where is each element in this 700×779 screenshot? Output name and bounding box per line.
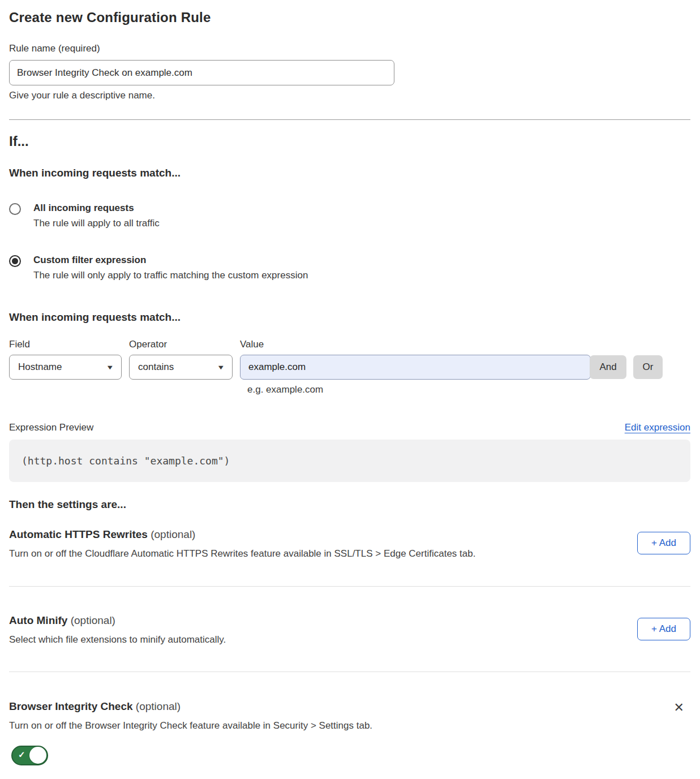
check-icon: ✓ [18,750,25,760]
rule-name-input[interactable] [9,60,394,85]
setting-title: Auto Minify (optional) [9,614,226,627]
operator-select-value: contains [138,361,174,373]
edit-expression-link[interactable]: Edit expression [625,422,690,433]
field-select[interactable]: Hostname ▼ [9,355,122,380]
operator-select[interactable]: contains ▼ [129,355,233,380]
rule-name-help: Give your rule a descriptive name. [9,90,690,101]
setting-optional-tag: (optional) [136,700,181,712]
setting-automatic-https-rewrites: Automatic HTTPS Rewrites (optional) Turn… [9,528,690,559]
builder-heading: When incoming requests match... [9,311,690,324]
radio-button[interactable] [9,255,21,267]
setting-description: Turn on or off the Browser Integrity Che… [9,720,372,731]
option-all-incoming-requests[interactable]: All incoming requests The rule will appl… [9,203,690,229]
page-title: Create new Configuration Rule [9,10,690,25]
close-icon[interactable]: ✕ [674,701,684,714]
then-settings-heading: Then the settings are... [9,498,690,511]
field-select-value: Hostname [18,361,62,373]
setting-divider [9,586,690,587]
option-custom-filter-expression[interactable]: Custom filter expression The rule will o… [9,255,690,281]
add-automatic-https-rewrites-button[interactable]: + Add [637,532,690,554]
setting-browser-integrity-check: Browser Integrity Check (optional) Turn … [9,700,690,731]
builder-controls-row: Hostname ▼ contains ▼ And Or [9,355,690,380]
option-label: Custom filter expression [33,255,308,266]
or-button[interactable]: Or [633,355,663,379]
setting-name: Browser Integrity Check [9,700,133,712]
option-description: The rule will only apply to traffic matc… [33,270,308,281]
value-input[interactable] [240,355,591,380]
rule-name-label: Rule name (required) [9,43,690,54]
match-heading: When incoming requests match... [9,167,690,179]
section-divider [9,119,690,120]
setting-title: Automatic HTTPS Rewrites (optional) [9,528,475,541]
value-help: e.g. example.com [247,384,690,395]
setting-auto-minify: Auto Minify (optional) Select which file… [9,614,690,645]
setting-divider [9,672,690,672]
expression-preview-box: (http.host contains "example.com") [9,440,690,482]
expression-text: (http.host contains "example.com") [22,455,230,467]
chevron-down-icon: ▼ [217,364,225,371]
radio-button[interactable] [9,203,21,215]
setting-optional-tag: (optional) [71,614,115,626]
builder-labels-row: Field Operator Value [9,339,690,350]
setting-title: Browser Integrity Check (optional) [9,700,372,713]
browser-integrity-check-toggle[interactable]: ✓ [11,746,48,765]
operator-column-label: Operator [129,339,233,350]
setting-name: Auto Minify [9,614,67,626]
setting-optional-tag: (optional) [151,528,195,540]
setting-description: Turn on or off the Cloudflare Automatic … [9,548,475,559]
field-column-label: Field [9,339,122,350]
expression-preview-label: Expression Preview [9,422,93,433]
add-auto-minify-button[interactable]: + Add [637,618,690,640]
chevron-down-icon: ▼ [106,364,114,371]
option-description: The rule will apply to all traffic [33,218,160,229]
toggle-knob [29,747,46,764]
if-heading: If... [9,134,690,149]
and-button[interactable]: And [590,355,626,379]
setting-description: Select which file extensions to minify a… [9,634,226,645]
setting-name: Automatic HTTPS Rewrites [9,528,148,540]
option-label: All incoming requests [33,203,160,214]
value-column-label: Value [240,339,583,350]
create-configuration-rule-form: Create new Configuration Rule Rule name … [0,0,700,779]
